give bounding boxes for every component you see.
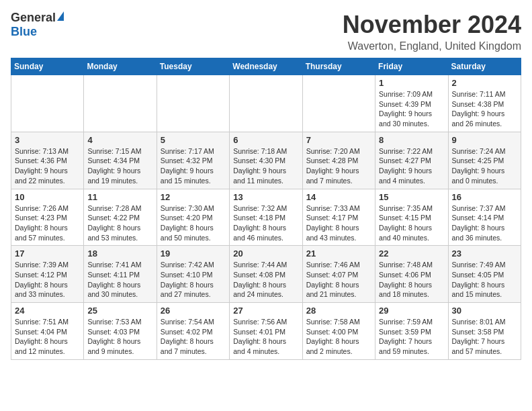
calendar-week-row: 10Sunrise: 7:26 AM Sunset: 4:23 PM Dayli… — [11, 189, 521, 246]
logo: General Blue — [11, 11, 64, 39]
calendar-cell: 24Sunrise: 7:51 AM Sunset: 4:04 PM Dayli… — [11, 303, 84, 360]
calendar-cell: 18Sunrise: 7:41 AM Sunset: 4:11 PM Dayli… — [84, 246, 157, 303]
day-number: 24 — [15, 306, 80, 316]
calendar-cell: 25Sunrise: 7:53 AM Sunset: 4:03 PM Dayli… — [84, 303, 157, 360]
calendar-cell: 6Sunrise: 7:18 AM Sunset: 4:30 PM Daylig… — [230, 132, 302, 189]
day-info: Sunrise: 7:37 AM Sunset: 4:14 PM Dayligh… — [452, 203, 517, 243]
location-subtitle: Waverton, England, United Kingdom — [343, 40, 521, 52]
calendar-cell: 16Sunrise: 7:37 AM Sunset: 4:14 PM Dayli… — [448, 189, 521, 246]
day-number: 20 — [233, 248, 298, 259]
logo-blue-text: Blue — [11, 25, 37, 39]
day-info: Sunrise: 8:01 AM Sunset: 3:58 PM Dayligh… — [452, 317, 517, 357]
logo-triangle-icon — [57, 11, 64, 21]
day-number: 22 — [379, 248, 444, 259]
title-block: November 2024 Waverton, England, United … — [343, 11, 521, 52]
day-info: Sunrise: 7:24 AM Sunset: 4:25 PM Dayligh… — [452, 146, 517, 186]
calendar-header: SundayMondayTuesdayWednesdayThursdayFrid… — [11, 58, 521, 75]
day-info: Sunrise: 7:54 AM Sunset: 4:02 PM Dayligh… — [161, 317, 226, 357]
day-number: 14 — [306, 192, 371, 202]
calendar-cell: 14Sunrise: 7:33 AM Sunset: 4:17 PM Dayli… — [302, 189, 375, 246]
day-info: Sunrise: 7:11 AM Sunset: 4:38 PM Dayligh… — [452, 89, 517, 129]
calendar-cell: 27Sunrise: 7:56 AM Sunset: 4:01 PM Dayli… — [230, 303, 302, 360]
day-info: Sunrise: 7:46 AM Sunset: 4:07 PM Dayligh… — [306, 260, 371, 300]
day-info: Sunrise: 7:13 AM Sunset: 4:36 PM Dayligh… — [15, 146, 80, 186]
calendar-cell: 19Sunrise: 7:42 AM Sunset: 4:10 PM Dayli… — [157, 246, 229, 303]
day-info: Sunrise: 7:18 AM Sunset: 4:30 PM Dayligh… — [233, 146, 298, 186]
day-number: 2 — [452, 78, 517, 88]
day-info: Sunrise: 7:58 AM Sunset: 4:00 PM Dayligh… — [306, 317, 371, 357]
day-info: Sunrise: 7:41 AM Sunset: 4:11 PM Dayligh… — [87, 260, 152, 300]
calendar-cell: 22Sunrise: 7:48 AM Sunset: 4:06 PM Dayli… — [375, 246, 448, 303]
day-info: Sunrise: 7:26 AM Sunset: 4:23 PM Dayligh… — [15, 203, 80, 243]
day-number: 26 — [161, 306, 226, 316]
calendar-cell: 12Sunrise: 7:30 AM Sunset: 4:20 PM Dayli… — [157, 189, 229, 246]
calendar-week-row: 17Sunrise: 7:39 AM Sunset: 4:12 PM Dayli… — [11, 246, 521, 303]
day-info: Sunrise: 7:35 AM Sunset: 4:15 PM Dayligh… — [379, 203, 444, 243]
weekday-header-tuesday: Tuesday — [157, 58, 229, 75]
day-info: Sunrise: 7:49 AM Sunset: 4:05 PM Dayligh… — [452, 260, 517, 300]
calendar-cell: 21Sunrise: 7:46 AM Sunset: 4:07 PM Dayli… — [302, 246, 375, 303]
calendar-cell — [230, 75, 302, 132]
day-info: Sunrise: 7:42 AM Sunset: 4:10 PM Dayligh… — [161, 260, 226, 300]
calendar-week-row: 24Sunrise: 7:51 AM Sunset: 4:04 PM Dayli… — [11, 303, 521, 360]
calendar-cell: 30Sunrise: 8:01 AM Sunset: 3:58 PM Dayli… — [448, 303, 521, 360]
weekday-header-wednesday: Wednesday — [230, 58, 302, 75]
calendar-cell: 10Sunrise: 7:26 AM Sunset: 4:23 PM Dayli… — [11, 189, 84, 246]
day-info: Sunrise: 7:39 AM Sunset: 4:12 PM Dayligh… — [15, 260, 80, 300]
calendar-body: 1Sunrise: 7:09 AM Sunset: 4:39 PM Daylig… — [11, 75, 521, 360]
day-number: 6 — [233, 135, 298, 145]
day-info: Sunrise: 7:22 AM Sunset: 4:27 PM Dayligh… — [379, 146, 444, 186]
day-number: 12 — [161, 192, 226, 202]
day-number: 27 — [233, 306, 298, 316]
day-info: Sunrise: 7:59 AM Sunset: 3:59 PM Dayligh… — [379, 317, 444, 357]
day-number: 10 — [15, 192, 80, 202]
day-info: Sunrise: 7:20 AM Sunset: 4:28 PM Dayligh… — [306, 146, 371, 186]
weekday-header-thursday: Thursday — [302, 58, 375, 75]
month-title: November 2024 — [343, 11, 521, 39]
day-number: 29 — [379, 306, 444, 316]
calendar-cell: 2Sunrise: 7:11 AM Sunset: 4:38 PM Daylig… — [448, 75, 521, 132]
calendar-cell: 1Sunrise: 7:09 AM Sunset: 4:39 PM Daylig… — [375, 75, 448, 132]
calendar-cell: 29Sunrise: 7:59 AM Sunset: 3:59 PM Dayli… — [375, 303, 448, 360]
page-header: General Blue November 2024 Waverton, Eng… — [11, 11, 521, 52]
day-number: 3 — [15, 135, 80, 145]
weekday-header-friday: Friday — [375, 58, 448, 75]
day-number: 18 — [87, 248, 152, 259]
day-info: Sunrise: 7:30 AM Sunset: 4:20 PM Dayligh… — [161, 203, 226, 243]
calendar-week-row: 1Sunrise: 7:09 AM Sunset: 4:39 PM Daylig… — [11, 75, 521, 132]
calendar-cell: 9Sunrise: 7:24 AM Sunset: 4:25 PM Daylig… — [448, 132, 521, 189]
calendar-cell: 28Sunrise: 7:58 AM Sunset: 4:00 PM Dayli… — [302, 303, 375, 360]
calendar-cell: 15Sunrise: 7:35 AM Sunset: 4:15 PM Dayli… — [375, 189, 448, 246]
calendar-cell: 8Sunrise: 7:22 AM Sunset: 4:27 PM Daylig… — [375, 132, 448, 189]
day-info: Sunrise: 7:56 AM Sunset: 4:01 PM Dayligh… — [233, 317, 298, 357]
weekday-header-monday: Monday — [84, 58, 157, 75]
calendar-cell: 11Sunrise: 7:28 AM Sunset: 4:22 PM Dayli… — [84, 189, 157, 246]
weekday-header-row: SundayMondayTuesdayWednesdayThursdayFrid… — [11, 58, 521, 75]
day-number: 23 — [452, 248, 517, 259]
day-number: 5 — [161, 135, 226, 145]
calendar-cell: 20Sunrise: 7:44 AM Sunset: 4:08 PM Dayli… — [230, 246, 302, 303]
day-info: Sunrise: 7:48 AM Sunset: 4:06 PM Dayligh… — [379, 260, 444, 300]
day-number: 8 — [379, 135, 444, 145]
day-number: 7 — [306, 135, 371, 145]
calendar-cell: 4Sunrise: 7:15 AM Sunset: 4:34 PM Daylig… — [84, 132, 157, 189]
calendar-cell — [84, 75, 157, 132]
day-info: Sunrise: 7:32 AM Sunset: 4:18 PM Dayligh… — [233, 203, 298, 243]
day-number: 30 — [452, 306, 517, 316]
logo-general-text: General — [11, 11, 56, 25]
calendar-cell — [157, 75, 229, 132]
day-info: Sunrise: 7:53 AM Sunset: 4:03 PM Dayligh… — [87, 317, 152, 357]
weekday-header-saturday: Saturday — [448, 58, 521, 75]
calendar-cell: 3Sunrise: 7:13 AM Sunset: 4:36 PM Daylig… — [11, 132, 84, 189]
calendar-cell — [11, 75, 84, 132]
weekday-header-sunday: Sunday — [11, 58, 84, 75]
calendar-cell: 5Sunrise: 7:17 AM Sunset: 4:32 PM Daylig… — [157, 132, 229, 189]
calendar-cell: 26Sunrise: 7:54 AM Sunset: 4:02 PM Dayli… — [157, 303, 229, 360]
day-info: Sunrise: 7:44 AM Sunset: 4:08 PM Dayligh… — [233, 260, 298, 300]
calendar-cell: 7Sunrise: 7:20 AM Sunset: 4:28 PM Daylig… — [302, 132, 375, 189]
calendar-cell: 23Sunrise: 7:49 AM Sunset: 4:05 PM Dayli… — [448, 246, 521, 303]
day-number: 28 — [306, 306, 371, 316]
calendar-cell: 13Sunrise: 7:32 AM Sunset: 4:18 PM Dayli… — [230, 189, 302, 246]
day-info: Sunrise: 7:17 AM Sunset: 4:32 PM Dayligh… — [161, 146, 226, 186]
day-number: 21 — [306, 248, 371, 259]
